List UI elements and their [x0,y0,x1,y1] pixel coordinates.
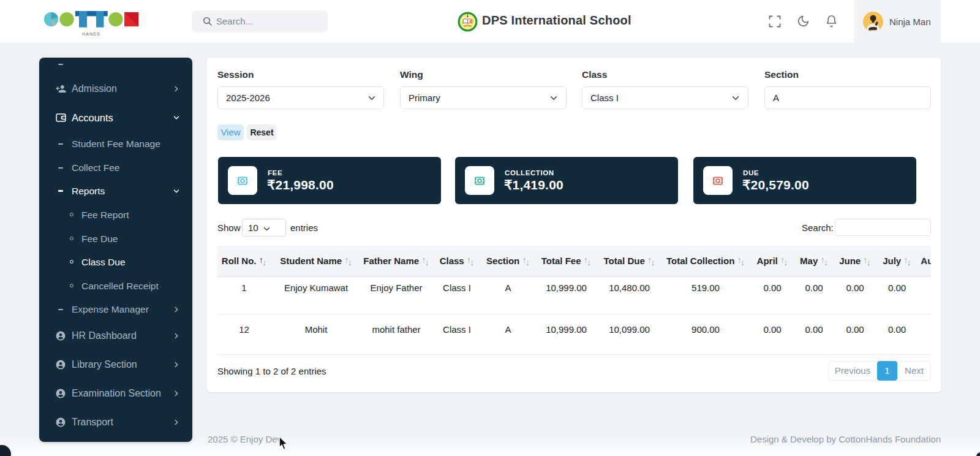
svg-text:HANDS: HANDS [82,32,100,36]
